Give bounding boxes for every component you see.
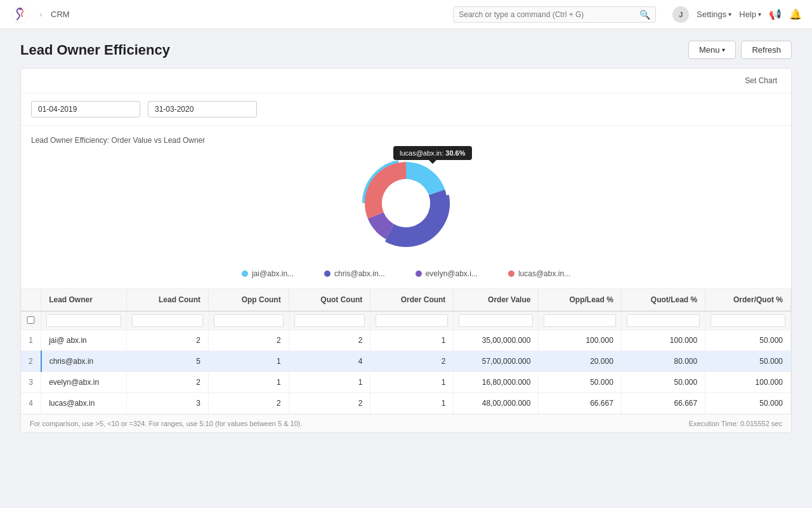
row-quot-lead-pct: 80.000 (621, 351, 705, 372)
filter-opp-lead-pct[interactable] (539, 311, 621, 330)
filter-lead-count-input[interactable] (132, 314, 203, 327)
filter-order-quot-pct[interactable] (705, 311, 791, 330)
page-title: Lead Owner Efficiency (20, 42, 170, 58)
report-card: Set Chart Lead Owner Efficiency: Order V… (20, 68, 792, 433)
filter-opp-count-input[interactable] (214, 314, 284, 327)
svg-point-6 (382, 179, 430, 227)
col-order-count[interactable]: Order Count (370, 289, 454, 311)
footer-exec-time: Execution Time: 0.015552 sec (689, 420, 782, 427)
col-opp-lead-pct[interactable]: Opp/Lead % (539, 289, 621, 311)
row-num: 3 (21, 372, 41, 393)
row-order-count: 1 (370, 372, 454, 393)
col-order-value[interactable]: Order Value (454, 289, 539, 311)
row-lead-owner[interactable]: evelyn@abx.in (41, 372, 127, 393)
col-quot-count[interactable]: Quot Count (289, 289, 370, 311)
notifications-icon[interactable]: 🔔 (789, 8, 802, 20)
filter-quot-count-input[interactable] (294, 314, 365, 327)
row-lead-owner[interactable]: jai@ abx.in (41, 330, 127, 351)
refresh-button[interactable]: Refresh (741, 41, 792, 59)
row-lead-owner[interactable]: chris@abx.in (41, 351, 127, 372)
announcements-icon[interactable]: 📢 (769, 8, 782, 20)
legend-item-evelyn: evelyn@abx.i... (416, 269, 478, 278)
row-order-quot-pct: 50.000 (705, 393, 791, 414)
top-navigation: › CRM 🔍 J Settings ▾ Help ▾ 📢 🔔 (0, 0, 812, 29)
filter-lead-owner[interactable] (41, 311, 127, 330)
chart-container: lucas@abx.in: 30.6% (31, 152, 781, 278)
filter-lead-owner-input[interactable] (46, 314, 121, 327)
filter-order-count-input[interactable] (376, 314, 448, 327)
select-all-checkbox[interactable] (26, 316, 36, 324)
search-input[interactable] (459, 10, 639, 19)
row-order-value: 35,00,000.000 (454, 330, 539, 351)
table-row[interactable]: 3 evelyn@abx.in 2 1 1 1 16,80,000.000 50… (21, 372, 791, 393)
filter-order-count[interactable] (370, 311, 454, 330)
row-num: 2 (21, 351, 41, 372)
col-opp-count[interactable]: Opp Count (209, 289, 289, 311)
row-order-quot-pct: 50.000 (705, 351, 791, 372)
app-logo[interactable] (10, 4, 30, 25)
date-to-input[interactable] (148, 101, 257, 117)
row-opp-count: 2 (209, 330, 289, 351)
row-quot-count: 1 (289, 372, 370, 393)
row-quot-count: 2 (289, 330, 370, 351)
table-row[interactable]: 1 jai@ abx.in 2 2 2 1 35,00,000.000 100.… (21, 330, 791, 351)
filter-opp-count[interactable] (209, 311, 289, 330)
row-order-value: 57,00,000.000 (454, 351, 539, 372)
filter-quot-count[interactable] (289, 311, 370, 330)
row-order-quot-pct: 100.000 (705, 372, 791, 393)
table-header-row: Lead Owner Lead Count Opp Count Quot Cou… (21, 289, 791, 311)
help-menu[interactable]: Help ▾ (739, 10, 761, 19)
global-search[interactable]: 🔍 (453, 6, 656, 23)
table-row[interactable]: 4 lucas@abx.in 3 2 2 1 48,00,000.000 66.… (21, 393, 791, 414)
date-filters (21, 93, 791, 126)
nav-chevron: › (39, 10, 42, 19)
menu-button[interactable]: Menu ▾ (688, 41, 737, 59)
filter-order-value[interactable] (454, 311, 539, 330)
page-header: Lead Owner Efficiency Menu ▾ Refresh (0, 29, 812, 68)
search-icon: 🔍 (639, 10, 650, 20)
row-order-count: 1 (370, 330, 454, 351)
row-num: 4 (21, 393, 41, 414)
col-quot-lead-pct[interactable]: Quot/Lead % (621, 289, 705, 311)
filter-quot-lead-pct-input[interactable] (627, 314, 700, 327)
set-chart-button[interactable]: Set Chart (741, 75, 781, 86)
row-lead-count: 2 (127, 330, 209, 351)
row-quot-count: 4 (289, 351, 370, 372)
col-lead-owner[interactable]: Lead Owner (41, 289, 127, 311)
filter-opp-lead-pct-input[interactable] (544, 314, 615, 327)
chart-title: Lead Owner Efficiency: Order Value vs Le… (31, 136, 781, 145)
filter-order-value-input[interactable] (459, 314, 533, 327)
row-quot-lead-pct: 66.667 (621, 393, 705, 414)
row-order-value: 48,00,000.000 (454, 393, 539, 414)
filter-checkbox-cell (21, 311, 41, 330)
avatar[interactable]: J (672, 6, 689, 23)
nav-crm-label: CRM (51, 10, 70, 19)
col-lead-count[interactable]: Lead Count (127, 289, 209, 311)
svg-point-1 (19, 8, 22, 10)
col-order-quot-pct[interactable]: Order/Quot % (705, 289, 791, 311)
donut-chart-svg (355, 152, 457, 254)
row-opp-count: 2 (209, 393, 289, 414)
row-lead-count: 3 (127, 393, 209, 414)
row-lead-owner[interactable]: lucas@abx.in (41, 393, 127, 414)
legend-item-chris: chris@abx.in... (324, 269, 385, 278)
date-from-input[interactable] (31, 101, 140, 117)
filter-order-quot-pct-input[interactable] (710, 314, 785, 327)
legend-item-jai: jai@abx.in... (242, 269, 294, 278)
row-lead-count: 2 (127, 372, 209, 393)
table-row[interactable]: 2 chris@abx.in 5 1 4 2 57,00,000.000 20.… (21, 351, 791, 372)
data-table-section: Lead Owner Lead Count Opp Count Quot Cou… (21, 289, 791, 432)
row-quot-lead-pct: 100.000 (621, 330, 705, 351)
table-footer: For comparison, use >5, <10 or =324. For… (21, 414, 791, 432)
row-opp-lead-pct: 50.000 (539, 372, 621, 393)
row-opp-lead-pct: 66.667 (539, 393, 621, 414)
row-order-count: 1 (370, 393, 454, 414)
row-lead-count: 5 (127, 351, 209, 372)
row-order-value: 16,80,000.000 (454, 372, 539, 393)
chart-section: Lead Owner Efficiency: Order Value vs Le… (21, 126, 791, 289)
row-order-count: 2 (370, 351, 454, 372)
row-quot-count: 2 (289, 393, 370, 414)
settings-menu[interactable]: Settings ▾ (697, 10, 731, 19)
filter-quot-lead-pct[interactable] (621, 311, 705, 330)
filter-lead-count[interactable] (127, 311, 209, 330)
